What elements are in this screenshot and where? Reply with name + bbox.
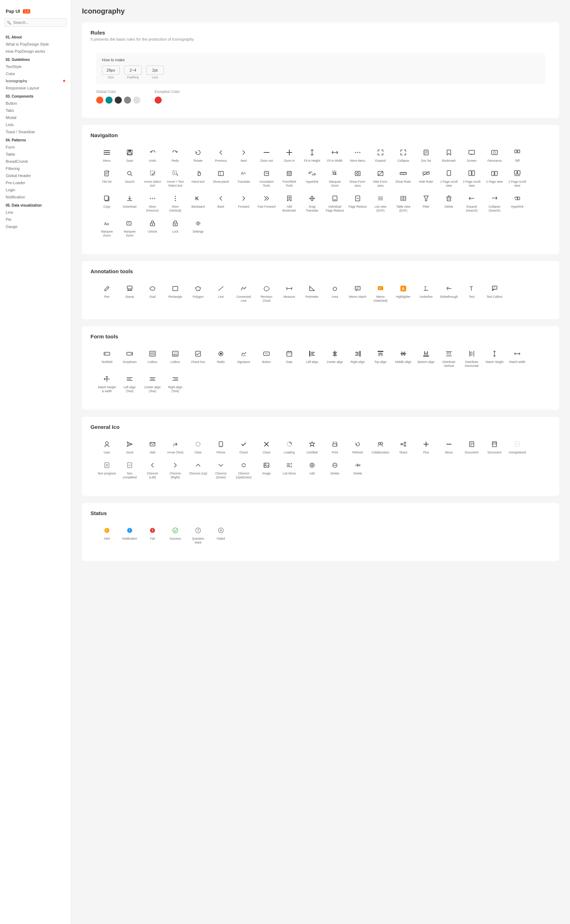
svg-rect-67 (518, 171, 520, 174)
icon-print: Print (324, 437, 346, 457)
icon-list-view: List view (DAF) (370, 191, 391, 215)
icon-fit-width: Fit to Width (324, 145, 346, 165)
svg-point-29 (127, 171, 131, 175)
svg-rect-44 (288, 173, 291, 173)
svg-point-78 (175, 200, 176, 201)
page-title: Iconography (82, 7, 559, 15)
icon-doc-list: Doc list (415, 145, 437, 165)
icon-distribute-horizontal: Distribute Horizontal (461, 347, 483, 370)
size-label: Size (102, 75, 120, 79)
sidebar-item-notification[interactable]: Notification (0, 193, 71, 200)
svg-rect-64 (492, 171, 494, 176)
icon-hyperlink: Hyperlink (301, 166, 323, 186)
icon-1page: 1 Page scroll view (438, 166, 460, 190)
svg-rect-24 (518, 150, 520, 153)
sidebar-item-table[interactable]: Table (0, 151, 71, 158)
icon-chevron-down: Chevron (Down) (210, 458, 231, 482)
sidebar-item-how[interactable]: How PopDesign works (0, 48, 71, 55)
icon-add-bookmark: Add Bookmark (279, 191, 300, 215)
icon-notification: !Notification (119, 523, 140, 543)
icon-polygon: Polygon (187, 281, 209, 301)
annotation-icons: Pen Stamp Oval Rectangle Polygon Line Co… (90, 276, 551, 311)
global-color-dots (96, 96, 140, 104)
sidebar-item-global-header[interactable]: Global Header (0, 172, 71, 179)
icon-mail: Mail (142, 437, 163, 457)
icon-annotation-tools: Annotation Tools (256, 166, 277, 190)
icon-settings: Settings (187, 216, 209, 236)
sidebar-item-lists[interactable]: Lists (0, 121, 71, 128)
icon-zoom-out: Zoom out (256, 145, 277, 165)
icon-diff: Diff (507, 145, 528, 165)
icon-button-form: Button (256, 347, 277, 366)
sidebar-item-what[interactable]: What is PopDesign Style (0, 41, 71, 48)
exception-color-dots (155, 96, 180, 104)
icon-loading: Loading (279, 437, 300, 457)
line-label: Line (146, 75, 164, 79)
svg-rect-117 (173, 286, 178, 291)
icon-forward: Forward (233, 191, 254, 211)
padding-label: Padding (124, 75, 142, 79)
sidebar-item-filtering[interactable]: Filtering (0, 165, 71, 172)
sidebar-item-modal[interactable]: Modal (0, 114, 71, 121)
svg-point-220 (380, 442, 383, 445)
sidebar-search[interactable]: 🔍 (4, 18, 67, 27)
icon-collaboration: Collaboration (370, 437, 391, 457)
sidebar-item-iconography[interactable]: Iconography (0, 77, 71, 84)
icon-oval: Oval (142, 281, 163, 301)
icon-filter: Filter (415, 191, 437, 211)
version-badge: 1.0 (23, 9, 30, 14)
sidebar-item-toast[interactable]: Toast / Snackbar (0, 128, 71, 135)
sidebar-item-login[interactable]: Login (0, 186, 71, 193)
icon-drag-translate: Drag Translate (301, 191, 323, 215)
icon-center-align: Center align (324, 347, 346, 366)
sidebar-item-color[interactable]: Color (0, 70, 71, 77)
icon-2page: 2 Page view (484, 166, 505, 186)
navigation-title: Navigaiton (90, 132, 551, 138)
svg-marker-216 (310, 442, 314, 446)
sidebar-item-button[interactable]: Button (0, 100, 71, 107)
icon-alert: !Alert (96, 523, 118, 543)
color-gray (124, 96, 131, 104)
sidebar-item-tabs[interactable]: Tabs (0, 107, 71, 114)
svg-text:T: T (173, 445, 175, 447)
svg-rect-49 (355, 171, 360, 176)
sidebar-item-textstyle[interactable]: TextStyle (0, 63, 71, 70)
icon-signature: Signature (233, 347, 254, 366)
icon-center-align-text: Center align (Text) (142, 372, 163, 395)
icon-date: Date (279, 347, 300, 366)
icon-close: Close (256, 437, 277, 457)
search-input[interactable] (4, 18, 67, 27)
general-ico-title: General Ico (90, 424, 551, 430)
sidebar-item-breadcrumb[interactable]: BreadCrumb (0, 158, 71, 165)
icon-marquee2: AaMarquee Zoom (96, 216, 118, 240)
svg-rect-61 (447, 171, 450, 176)
svg-point-218 (336, 445, 337, 445)
sidebar-section-05: 05. Data visualization (0, 200, 71, 209)
search-icon: 🔍 (7, 21, 11, 24)
icon-user: User (96, 437, 118, 457)
svg-rect-65 (495, 171, 497, 176)
line-box: 2pt Line (146, 66, 164, 79)
sidebar-item-pre-loader[interactable]: Pre-Loader (0, 179, 71, 186)
exception-color-title: Exception Color (155, 90, 180, 94)
sidebar-logo: Pap UI 1.0 (0, 6, 71, 18)
svg-text:A: A (244, 171, 246, 175)
icon-top-align: Top align (370, 347, 391, 366)
general-ico-icons: User Send Mail TArrow (Text) Clear Phone… (90, 431, 551, 487)
sidebar-item-line[interactable]: Line (0, 209, 71, 216)
icon-screen: Screen (461, 145, 483, 165)
icon-menu: Menu (96, 145, 118, 165)
sidebar-section-01: 01. About (0, 32, 71, 41)
svg-text:T: T (470, 286, 473, 292)
sidebar-item-form[interactable]: Form (0, 144, 71, 151)
svg-rect-66 (515, 171, 517, 174)
rules-section: Rules It presents the basic rules for th… (82, 23, 559, 118)
sidebar-item-pie[interactable]: Pie (0, 216, 71, 223)
icon-file-list: File list (96, 166, 118, 186)
sidebar-item-gauge[interactable]: Gauge (0, 223, 71, 230)
sidebar-item-responsive[interactable]: Responsive Layout (0, 84, 71, 92)
icon-more-v: More (Vertical) (165, 191, 186, 215)
icon-textfield: Textfield (96, 347, 118, 366)
svg-marker-118 (196, 286, 201, 291)
global-colors: Global Color (96, 90, 140, 104)
